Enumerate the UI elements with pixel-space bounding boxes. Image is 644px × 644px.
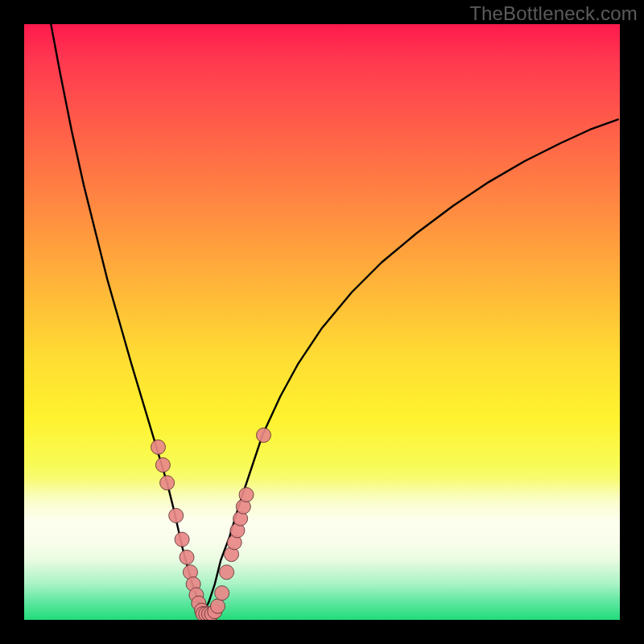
data-point [155, 458, 170, 473]
curve-markers [151, 428, 271, 620]
data-point [220, 565, 234, 580]
data-point [215, 586, 229, 601]
data-point [160, 476, 175, 490]
chart-frame: TheBottleneck.com [0, 0, 644, 644]
watermark-text: TheBottleneck.com [469, 2, 638, 25]
data-point [256, 428, 270, 443]
data-point [175, 532, 189, 547]
data-point [169, 509, 184, 523]
data-point [180, 550, 194, 564]
curve-layer [24, 24, 620, 620]
data-point [211, 599, 225, 613]
curve-right-branch [203, 119, 618, 613]
curve-left-branch [51, 24, 203, 614]
curve-paths [51, 24, 617, 614]
plot-area [24, 24, 620, 620]
data-point [239, 488, 254, 502]
data-point [151, 440, 166, 454]
